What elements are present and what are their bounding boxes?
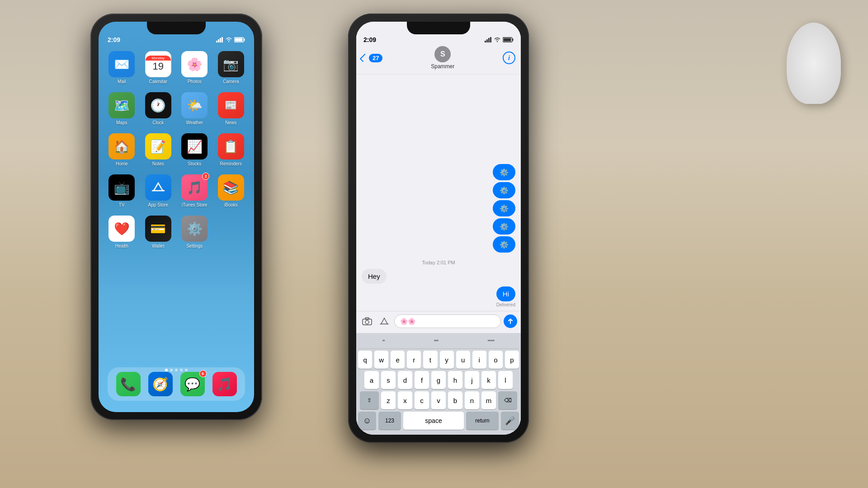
send-button[interactable]	[504, 314, 517, 328]
key-numbers[interactable]: 123	[378, 412, 401, 430]
key-q[interactable]: q	[358, 351, 372, 369]
key-g[interactable]: g	[431, 371, 446, 389]
camera-icon: 📷	[218, 51, 244, 77]
key-t[interactable]: t	[423, 351, 437, 369]
key-x[interactable]: x	[398, 391, 412, 409]
key-f[interactable]: f	[415, 371, 429, 389]
app-notes[interactable]: 📝 Notes	[144, 133, 173, 166]
right-phone-body: 2:09	[348, 14, 529, 443]
itunes-icon: 🎵 2	[181, 174, 208, 201]
sent-message-wrap: Hi Delivered	[362, 286, 515, 307]
dock-messages[interactable]: 💬 6	[180, 372, 205, 396]
key-emoji[interactable]: ☺	[358, 412, 376, 430]
key-i[interactable]: i	[472, 351, 486, 369]
message-input-field[interactable]: 🌸🌸	[394, 314, 501, 328]
appstore-toolbar-icon[interactable]	[377, 314, 392, 328]
news-label: News	[225, 120, 236, 125]
app-news[interactable]: 📰 News	[217, 92, 245, 125]
key-h[interactable]: h	[448, 371, 462, 389]
app-home[interactable]: 🏠 Home	[108, 133, 136, 166]
keyboard: " "" """ q w e r t y u i o	[356, 333, 521, 435]
key-j[interactable]: j	[465, 371, 479, 389]
ibooks-icon: 📚	[218, 174, 244, 201]
app-health[interactable]: ❤️ Health	[108, 216, 136, 249]
key-n[interactable]: n	[465, 391, 479, 409]
app-photos[interactable]: 🌸 Photos	[180, 51, 209, 84]
info-button[interactable]: i	[503, 52, 515, 64]
appstore-icon	[145, 174, 171, 201]
svg-rect-13	[504, 38, 511, 42]
back-count-badge: 27	[369, 54, 382, 62]
key-shift[interactable]: ⇧	[360, 391, 379, 409]
key-delete[interactable]: ⌫	[498, 391, 517, 409]
key-y[interactable]: y	[440, 351, 454, 369]
key-e[interactable]: e	[391, 351, 405, 369]
signal-icon	[216, 37, 223, 42]
spam-bubble-4: ⚙️	[493, 218, 515, 235]
svg-point-15	[365, 320, 369, 324]
key-z[interactable]: z	[381, 391, 396, 409]
app-calendar[interactable]: Monday 19 Calendar	[144, 51, 173, 84]
svg-rect-0	[216, 41, 217, 42]
key-mic[interactable]: 🎤	[501, 412, 519, 430]
right-wifi-icon	[494, 37, 501, 42]
svg-rect-10	[490, 37, 491, 42]
app-mail[interactable]: ✉️ Mail	[108, 51, 136, 84]
weather-label: Weather	[186, 120, 203, 125]
app-stocks[interactable]: 📈 Stocks	[180, 133, 209, 166]
safari-icon: 🧭	[148, 372, 173, 396]
key-space[interactable]: space	[403, 412, 464, 430]
key-s[interactable]: s	[381, 371, 396, 389]
app-clock[interactable]: 🕐 Clock	[144, 92, 173, 125]
key-return[interactable]: return	[466, 412, 499, 430]
key-p[interactable]: p	[505, 351, 519, 369]
messages-badge: 6	[199, 370, 207, 377]
key-b[interactable]: b	[448, 391, 462, 409]
phone-icon: 📞	[116, 372, 141, 396]
itunes-label: iTunes Store	[182, 202, 207, 207]
homepod-device	[787, 23, 841, 104]
right-iphone: 2:09	[348, 14, 529, 443]
key-r[interactable]: r	[407, 351, 421, 369]
key-k[interactable]: k	[481, 371, 496, 389]
autocomplete-2[interactable]: ""	[429, 338, 444, 347]
dock-music[interactable]: 🎵	[212, 372, 237, 396]
app-ibooks[interactable]: 📚 iBooks	[217, 174, 245, 207]
app-camera[interactable]: 📷 Camera	[217, 51, 245, 84]
app-maps[interactable]: 🗺️ Maps	[108, 92, 136, 125]
contact-name: Spammer	[431, 63, 454, 70]
contact-info: S Spammer	[431, 46, 454, 70]
app-itunes[interactable]: 🎵 2 iTunes Store	[180, 174, 209, 207]
stocks-icon: 📈	[181, 133, 208, 160]
key-a[interactable]: a	[364, 371, 379, 389]
camera-label: Camera	[223, 79, 239, 84]
dock-safari[interactable]: 🧭	[148, 372, 173, 396]
right-phone-screen: 2:09	[356, 22, 521, 435]
app-settings[interactable]: ⚙️ Settings	[180, 216, 209, 249]
maps-label: Maps	[116, 120, 127, 125]
app-weather[interactable]: 🌤️ Weather	[180, 92, 209, 125]
dock-phone[interactable]: 📞	[116, 372, 141, 396]
right-status-icons	[485, 37, 514, 42]
app-tv[interactable]: 📺 TV	[108, 174, 136, 207]
back-button[interactable]: 27	[362, 54, 382, 62]
key-l[interactable]: l	[498, 371, 513, 389]
camera-toolbar-icon[interactable]	[360, 314, 374, 328]
keyboard-row-2: a s d f g h j k l	[358, 371, 519, 389]
key-d[interactable]: d	[398, 371, 412, 389]
key-w[interactable]: w	[374, 351, 388, 369]
message-timestamp: Today 2:01 PM	[362, 260, 515, 265]
app-appstore[interactable]: App Store	[144, 174, 173, 207]
key-u[interactable]: u	[456, 351, 470, 369]
mail-label: Mail	[118, 79, 126, 84]
app-wallet[interactable]: 💳 Wallet	[144, 216, 173, 249]
key-o[interactable]: o	[489, 351, 503, 369]
key-c[interactable]: c	[415, 391, 429, 409]
left-status-bar: 2:09	[108, 36, 245, 43]
spam-messages: ⚙️ ⚙️ ⚙️ ⚙️ ⚙️	[362, 164, 515, 253]
autocomplete-3[interactable]: """	[482, 338, 500, 347]
key-m[interactable]: m	[481, 391, 496, 409]
app-reminders[interactable]: 📋 Reminders	[217, 133, 245, 166]
autocomplete-1[interactable]: "	[377, 338, 390, 347]
key-v[interactable]: v	[431, 391, 446, 409]
